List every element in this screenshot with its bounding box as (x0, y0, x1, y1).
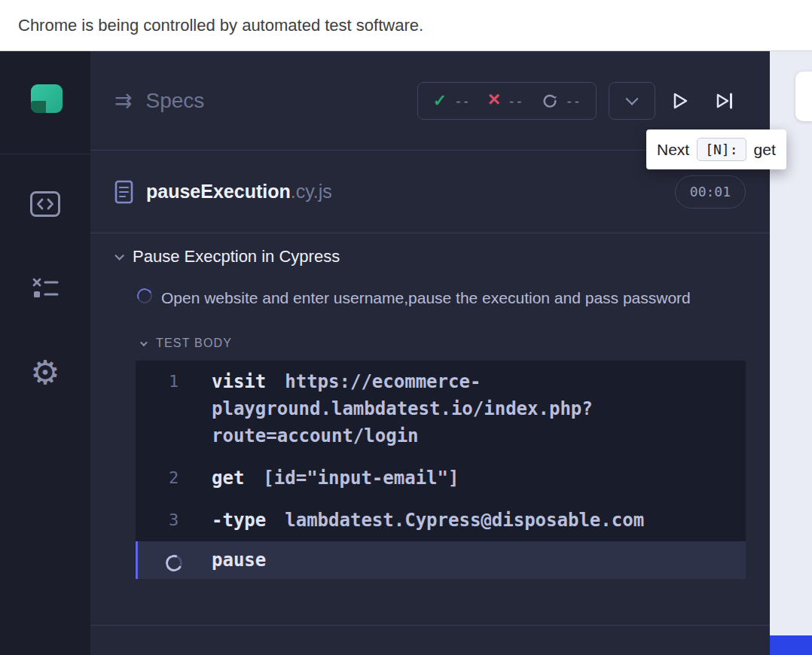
next-command-tooltip: Next [N]: get (646, 129, 786, 169)
automation-banner-text: Chrome is being controlled by automated … (18, 16, 423, 35)
suite-header[interactable]: Pause Execption in Cypress (114, 247, 746, 267)
play-icon (667, 89, 691, 113)
collapse-chevron-icon (140, 339, 148, 346)
command-line-number: 2 (136, 465, 212, 492)
suite-title: Pause Execption in Cypress (133, 247, 340, 267)
command-message: https://ecommerce-playground.lambdatest.… (212, 371, 593, 446)
run-stats: ✓ -- × -- -- (417, 82, 597, 120)
play-button[interactable] (658, 82, 701, 120)
refresh-icon (542, 93, 558, 109)
settings-button[interactable]: ⚙ (29, 358, 62, 388)
skip-next-icon (713, 89, 737, 113)
command-name: get (212, 468, 244, 489)
command-name: -type (212, 510, 266, 531)
command-running-cell (136, 547, 212, 574)
reporter-bottom-divider (90, 625, 770, 626)
specs-title: ⇉ Specs (114, 88, 204, 113)
header-right: ✓ -- × -- -- (417, 82, 746, 120)
aut-white-panel (795, 72, 812, 121)
test-body-toggle[interactable]: TEST BODY (114, 337, 746, 350)
command-row[interactable]: 2 get[id="input-email"] (136, 457, 746, 499)
browser-panel-button[interactable] (29, 189, 62, 219)
cross-icon: × (488, 89, 500, 110)
test-results: Pause Execption in Cypress Open website … (114, 233, 746, 579)
next-step-button[interactable] (704, 82, 746, 120)
aut-blue-element (770, 635, 812, 655)
tooltip-shortcut-key: [N]: (697, 138, 746, 161)
cypress-runner: ⚙ ⇉ Specs ✓ -- × -- (0, 51, 812, 655)
tooltip-label: Next (657, 141, 689, 159)
expand-run-options-button[interactable] (609, 82, 655, 120)
stat-passed: ✓ -- (433, 93, 470, 109)
specs-title-label: Specs (145, 89, 204, 113)
spec-file-extension: .cy.js (291, 181, 332, 203)
stat-failed: × -- (488, 92, 524, 110)
command-line-number: 1 (136, 368, 212, 449)
command-row[interactable]: 3 -typelambdatest.Cypress@disposable.com (136, 499, 746, 541)
sidebar: ⚙ (0, 51, 90, 655)
test-running-spinner-icon (135, 286, 154, 306)
cypress-logo-icon (28, 83, 64, 119)
command-name: pause (212, 550, 266, 571)
gear-icon: ⚙ (30, 358, 60, 388)
collapse-chevron-icon (114, 251, 124, 260)
command-log: 1 visithttps://ecommerce-playground.lamb… (136, 361, 746, 579)
spec-list-button[interactable] (29, 273, 62, 303)
spec-file-name: pauseExecution (146, 181, 291, 203)
sidebar-logo-section (0, 51, 90, 154)
command-name: visit (212, 371, 266, 392)
test-body-label: TEST BODY (156, 337, 232, 350)
browser-window-icon (29, 190, 61, 218)
command-message: [id="input-email"] (263, 468, 459, 489)
spec-file-icon (114, 180, 134, 204)
command-row[interactable]: 1 visithttps://ecommerce-playground.lamb… (136, 361, 746, 457)
spec-list-icon (30, 276, 60, 300)
command-running-spinner-icon (163, 553, 184, 574)
command-message: lambdatest.Cypress@disposable.com (285, 510, 644, 531)
tooltip-command: get (754, 141, 776, 159)
stat-pending: -- (542, 93, 581, 109)
automation-banner: Chrome is being controlled by automated … (0, 0, 812, 51)
test-title: Open website and enter username,pause th… (161, 285, 691, 311)
chevron-down-icon (626, 92, 639, 105)
command-row-active[interactable]: pause (136, 541, 746, 579)
duration-badge: 00:01 (675, 175, 746, 209)
specs-icon: ⇉ (114, 88, 132, 113)
sidebar-nav: ⚙ (0, 154, 90, 388)
run-controls (609, 82, 746, 120)
check-icon: ✓ (433, 93, 447, 109)
test-item[interactable]: Open website and enter username,pause th… (114, 285, 746, 311)
command-line-number: 3 (136, 507, 212, 534)
